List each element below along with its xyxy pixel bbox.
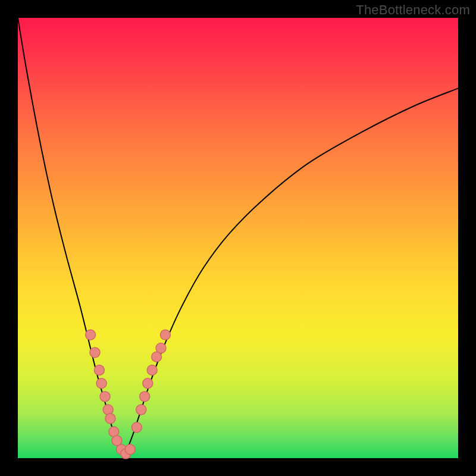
- curve-right-branch: [124, 88, 458, 458]
- data-point: [100, 392, 110, 402]
- data-point: [136, 405, 146, 415]
- data-point: [90, 347, 100, 358]
- data-point: [86, 330, 96, 340]
- frame: TheBottleneck.com: [0, 0, 476, 476]
- plot-area: [18, 18, 458, 458]
- curve-layer: [18, 18, 458, 458]
- data-point: [125, 444, 135, 455]
- data-point: [105, 414, 115, 424]
- data-point: [160, 330, 170, 340]
- data-point: [147, 365, 157, 375]
- highlighted-points: [86, 330, 171, 459]
- watermark-text: TheBottleneck.com: [356, 2, 470, 18]
- data-point: [143, 378, 153, 389]
- data-point: [140, 392, 150, 402]
- data-point: [156, 343, 166, 353]
- data-point: [131, 422, 142, 433]
- data-point: [94, 365, 104, 375]
- data-point: [96, 378, 107, 389]
